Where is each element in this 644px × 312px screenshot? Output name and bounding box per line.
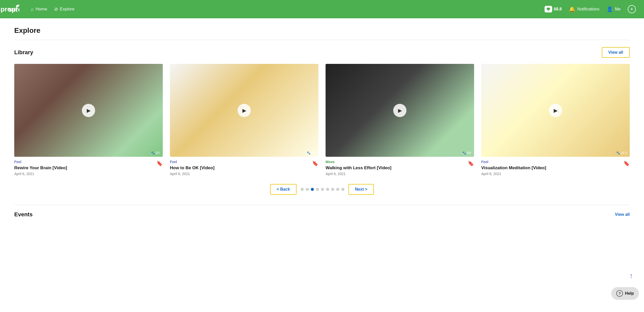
video-grid: ▶ 🐾 03: Feel Rewire Your Brain [Video] A… xyxy=(14,64,630,176)
pagination: < Back Next > xyxy=(14,184,630,195)
pagination-dot-4[interactable] xyxy=(321,188,324,191)
video-title-1: Rewire Your Brain [Video] xyxy=(14,165,154,171)
library-title: Library xyxy=(14,49,33,56)
nav-explore-label: Explore xyxy=(60,7,75,12)
nav-home-label: Home xyxy=(36,7,47,12)
video-category-2: Feel xyxy=(170,160,310,164)
duration-1: 🐾 03: xyxy=(151,151,160,155)
me-label: Me xyxy=(615,7,621,11)
video-meta-2: Feel How to Be OK [Video] April 6, 2021 … xyxy=(170,160,318,176)
bookmark-button-1[interactable]: 🔖 xyxy=(154,160,163,166)
video-info-2: Feel How to Be OK [Video] April 6, 2021 xyxy=(170,160,310,176)
duration-2: 🐾 00: xyxy=(307,151,316,155)
video-card-3[interactable]: ▶ 🐾 09: Move Walking with Less Effort [V… xyxy=(326,64,474,176)
score-value: 68.8 xyxy=(554,7,562,11)
video-card-4[interactable]: ▶ 🐾 01:5 Feel Visualization Meditation [… xyxy=(481,64,630,176)
next-button[interactable]: Next > xyxy=(348,184,374,195)
scroll-up-button[interactable]: ↑ xyxy=(626,270,637,281)
pagination-dot-3[interactable] xyxy=(316,188,319,191)
library-view-all-button[interactable]: View all xyxy=(602,47,630,58)
video-meta-4: Feel Visualization Meditation [Video] Ap… xyxy=(481,160,630,176)
me-button[interactable]: 👤 Me xyxy=(607,6,621,12)
bookmark-button-2[interactable]: 🔖 xyxy=(310,160,318,166)
back-button[interactable]: < Back xyxy=(270,184,297,195)
help-button[interactable]: ? Help xyxy=(611,287,639,300)
help-icon: ? xyxy=(616,290,623,297)
play-button-1[interactable]: ▶ xyxy=(82,104,95,117)
logo-text[interactable]: sprout xyxy=(0,5,18,13)
nav-explore[interactable]: ⊘ Explore xyxy=(54,6,75,12)
video-category-1: Feel xyxy=(14,160,154,164)
score-badge: 68.8 xyxy=(545,6,562,12)
video-date-3: April 6, 2021 xyxy=(326,172,466,176)
title-divider xyxy=(14,40,630,40)
video-title-4: Visualization Meditation [Video] xyxy=(481,165,621,171)
video-card-2[interactable]: ▶ 🐾 00: Feel How to Be OK [Video] April … xyxy=(170,64,318,176)
header: sprout sprout ⌂ Home ⊘ Explore 68.8 xyxy=(0,0,644,18)
video-category-3: Move xyxy=(326,160,466,164)
pagination-dot-2[interactable] xyxy=(311,188,314,191)
video-card-1[interactable]: ▶ 🐾 03: Feel Rewire Your Brain [Video] A… xyxy=(14,64,163,176)
play-button-3[interactable]: ▶ xyxy=(393,104,406,117)
header-right: 68.8 🔔 Notifications 👤 Me + xyxy=(545,5,636,13)
main-content: Explore Library View all ▶ 🐾 03: Feel Re… xyxy=(0,18,644,312)
video-date-1: April 6, 2021 xyxy=(14,172,154,176)
pagination-dot-8[interactable] xyxy=(341,188,344,191)
header-left: sprout sprout ⌂ Home ⊘ Explore xyxy=(8,5,75,14)
play-button-2[interactable]: ▶ xyxy=(238,104,251,117)
video-info-4: Feel Visualization Meditation [Video] Ap… xyxy=(481,160,621,176)
video-info-3: Move Walking with Less Effort [Video] Ap… xyxy=(326,160,466,176)
video-date-2: April 6, 2021 xyxy=(170,172,310,176)
explore-icon: ⊘ xyxy=(54,6,58,12)
pagination-dot-6[interactable] xyxy=(331,188,334,191)
video-thumb-4[interactable]: ▶ 🐾 01:5 xyxy=(481,64,630,157)
arrow-up-icon: ↑ xyxy=(630,272,633,280)
video-title-2: How to Be OK [Video] xyxy=(170,165,310,171)
library-header: Library View all xyxy=(14,47,630,58)
section-divider xyxy=(14,205,630,205)
nav-home[interactable]: ⌂ Home xyxy=(31,6,47,12)
pagination-dot-5[interactable] xyxy=(326,188,329,191)
library-section: Library View all ▶ 🐾 03: Feel Rewire You… xyxy=(14,47,630,195)
events-header: Events View all xyxy=(14,211,630,218)
pagination-dots xyxy=(301,188,344,191)
video-title-3: Walking with Less Effort [Video] xyxy=(326,165,466,171)
bookmark-button-3[interactable]: 🔖 xyxy=(466,160,474,166)
video-info-1: Feel Rewire Your Brain [Video] April 6, … xyxy=(14,160,154,176)
video-date-4: April 6, 2021 xyxy=(481,172,621,176)
video-meta-1: Feel Rewire Your Brain [Video] April 6, … xyxy=(14,160,163,176)
video-thumb-3[interactable]: ▶ 🐾 09: xyxy=(326,64,474,157)
events-title: Events xyxy=(14,211,33,218)
bookmark-button-4[interactable]: 🔖 xyxy=(621,160,630,166)
duration-4: 🐾 01:5 xyxy=(616,151,627,155)
page-title: Explore xyxy=(14,26,630,35)
duration-3: 🐾 09: xyxy=(462,151,472,155)
events-section: Events View all xyxy=(14,211,630,218)
events-view-all-button[interactable]: View all xyxy=(615,212,630,217)
notifications-button[interactable]: 🔔 Notifications xyxy=(569,6,599,12)
heart-icon xyxy=(545,6,552,12)
video-meta-3: Move Walking with Less Effort [Video] Ap… xyxy=(326,160,474,176)
help-label: Help xyxy=(625,291,634,296)
pagination-dot-1[interactable] xyxy=(306,188,309,191)
play-button-4[interactable]: ▶ xyxy=(549,104,562,117)
pagination-dot-0[interactable] xyxy=(301,188,304,191)
pagination-dot-7[interactable] xyxy=(336,188,339,191)
notifications-label: Notifications xyxy=(577,7,599,11)
home-icon: ⌂ xyxy=(31,6,34,12)
bell-icon: 🔔 xyxy=(569,6,575,12)
video-thumb-2[interactable]: ▶ 🐾 00: xyxy=(170,64,318,157)
plus-icon: + xyxy=(630,6,634,12)
nav: ⌂ Home ⊘ Explore xyxy=(31,6,75,12)
video-thumb-1[interactable]: ▶ 🐾 03: xyxy=(14,64,163,157)
video-category-4: Feel xyxy=(481,160,621,164)
add-button[interactable]: + xyxy=(628,5,636,13)
user-icon: 👤 xyxy=(607,6,613,12)
